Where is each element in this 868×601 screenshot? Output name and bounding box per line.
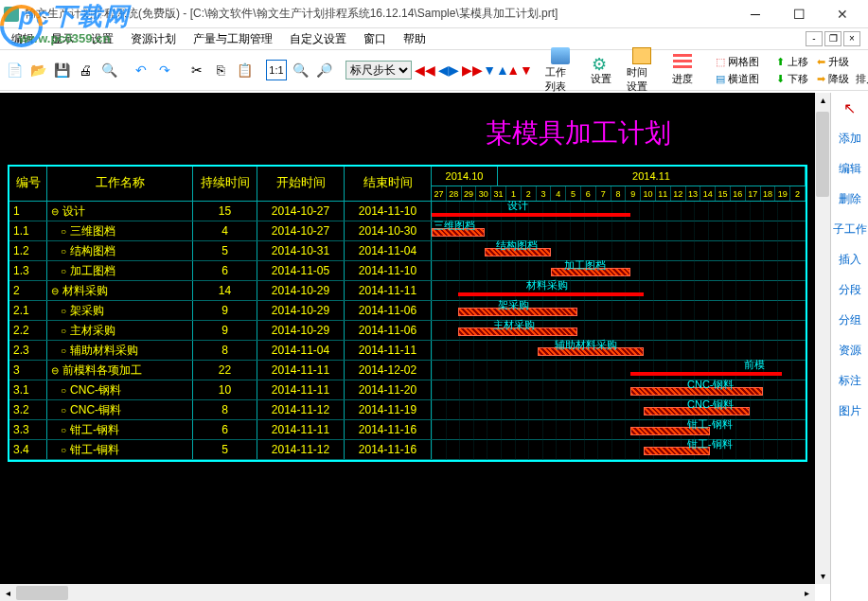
gantt-row[interactable]: 3⊖前模料各项加工222014-11-112014-12-02前模 bbox=[9, 361, 806, 380]
open-icon[interactable]: 📂 bbox=[27, 60, 48, 80]
move-up-button[interactable]: ⬆上移 bbox=[773, 54, 811, 70]
bar-label: 设计 bbox=[507, 199, 528, 213]
demote-button[interactable]: ➡降级排月 bbox=[814, 71, 868, 87]
scroll-left-button[interactable]: ◂ bbox=[0, 585, 16, 601]
gantt-row[interactable]: 1⊖设计152014-10-272014-11-10设计 bbox=[9, 202, 806, 221]
worklist-button[interactable]: 工作列表 bbox=[541, 45, 579, 96]
gantt-row[interactable]: 2⊖材料采购142014-10-292014-11-11材料采购 bbox=[9, 281, 806, 301]
vertical-scrollbar[interactable]: ▴ ▾ bbox=[815, 93, 830, 584]
paste-icon[interactable]: 📋 bbox=[234, 60, 255, 80]
menu-help[interactable]: 帮助 bbox=[396, 29, 434, 49]
settings-button[interactable]: ⚙设置 bbox=[582, 52, 620, 88]
step-up-icon[interactable]: ▲▼ bbox=[509, 60, 530, 80]
sidebar-item-2[interactable]: 删除 bbox=[831, 184, 868, 214]
zoom-in-icon[interactable]: 🔍 bbox=[290, 60, 310, 80]
gantt-row[interactable]: 2.3 ○辅助材料采购82014-11-042014-11-11辅助材料采购 bbox=[9, 341, 806, 361]
move-down-button[interactable]: ⬇下移 bbox=[773, 71, 811, 87]
scroll-down-button[interactable]: ▾ bbox=[815, 569, 830, 584]
gantt-bar[interactable] bbox=[458, 292, 644, 296]
menu-window[interactable]: 窗口 bbox=[356, 29, 394, 49]
new-icon[interactable]: 📄 bbox=[4, 60, 25, 80]
bar-label: 材料采购 bbox=[526, 278, 568, 292]
sidebar-item-3[interactable]: 子工作 bbox=[831, 214, 868, 244]
redo-icon[interactable]: ↷ bbox=[154, 60, 175, 80]
menu-edit[interactable]: 编辑 bbox=[4, 29, 42, 49]
row-duration: 15 bbox=[193, 202, 257, 221]
menu-custom[interactable]: 自定义设置 bbox=[282, 29, 354, 49]
gantt-row[interactable]: 1.2 ○结构图档52014-10-312014-11-04结构图档 bbox=[9, 241, 806, 261]
sidebar-item-5[interactable]: 分段 bbox=[831, 274, 868, 305]
copy-icon[interactable]: ⎘ bbox=[210, 60, 231, 80]
menu-display[interactable]: 显示 bbox=[44, 29, 81, 49]
doc-restore-button[interactable]: ❐ bbox=[824, 31, 841, 46]
sidebar-item-1[interactable]: 编辑 bbox=[831, 153, 868, 184]
row-id: 3.1 bbox=[9, 380, 47, 399]
menu-resource-plan[interactable]: 资源计划 bbox=[123, 29, 184, 49]
step-left-icon[interactable]: ◀▶ bbox=[438, 60, 459, 80]
sidebar-item-0[interactable]: 添加 bbox=[831, 123, 868, 153]
progress-button[interactable]: 进度 bbox=[664, 52, 701, 88]
zoom-fit-icon[interactable]: 1:1 bbox=[266, 60, 287, 80]
row-name: ○结构图档 bbox=[47, 241, 193, 260]
sidebar-item-4[interactable]: 插入 bbox=[831, 244, 868, 274]
menu-output-schedule[interactable]: 产量与工期管理 bbox=[186, 29, 280, 49]
sidebar-item-7[interactable]: 资源 bbox=[831, 335, 868, 365]
step-down-icon[interactable]: ▼▲ bbox=[486, 60, 506, 80]
promote-button[interactable]: ⬅升级 bbox=[814, 54, 868, 70]
time-settings-button[interactable]: 时间设置 bbox=[623, 45, 661, 96]
cut-icon[interactable]: ✂ bbox=[186, 60, 207, 80]
row-duration: 6 bbox=[193, 420, 257, 439]
cursor-tool-button[interactable]: ↖ bbox=[831, 93, 868, 123]
row-end: 2014-11-11 bbox=[345, 341, 432, 360]
gantt-row[interactable]: 1.3 ○加工图档62014-11-052014-11-10加工图档 bbox=[9, 261, 806, 281]
row-bar-area: 辅助材料采购 bbox=[432, 341, 806, 360]
row-end: 2014-11-16 bbox=[345, 420, 432, 439]
row-start: 2014-11-04 bbox=[257, 341, 345, 360]
save-icon[interactable]: 💾 bbox=[51, 60, 72, 80]
doc-close-button[interactable]: × bbox=[843, 31, 860, 46]
gantt-row[interactable]: 1.1 ○三维图档42014-10-272014-10-30三维图档 bbox=[9, 221, 806, 241]
hscroll-thumb[interactable] bbox=[16, 586, 68, 600]
step-right-icon[interactable]: ▶▶ bbox=[462, 60, 483, 80]
row-end: 2014-11-20 bbox=[345, 380, 432, 399]
undo-icon[interactable]: ↶ bbox=[131, 60, 151, 80]
scroll-right-button[interactable]: ▸ bbox=[799, 585, 815, 601]
close-button[interactable]: ✕ bbox=[821, 1, 864, 27]
gantt-bar[interactable] bbox=[432, 213, 630, 217]
preview-icon[interactable]: 🔍 bbox=[98, 60, 119, 80]
ruler-step-combo[interactable]: 标尺步长 bbox=[345, 61, 412, 80]
maximize-button[interactable]: ☐ bbox=[777, 1, 821, 27]
bar-label: 加工图档 bbox=[564, 258, 606, 273]
scroll-up-button[interactable]: ▴ bbox=[815, 93, 830, 108]
row-bar-area: CNC-铜料 bbox=[432, 400, 806, 419]
scroll-thumb[interactable] bbox=[816, 112, 829, 197]
day-header: 13 bbox=[686, 186, 701, 201]
gantt-canvas: 某模具加工计划 编号 工作名称 持续时间 开始时间 结束时间 2014.10 2… bbox=[0, 93, 815, 584]
gantt-row[interactable]: 2.1 ○架采购92014-10-292014-11-06架采购 bbox=[9, 301, 806, 321]
gantt-row[interactable]: 3.1 ○CNC-钢料102014-11-112014-11-20CNC-钢料 bbox=[9, 380, 806, 400]
gantt-row[interactable]: 3.4 ○钳工-铜料52014-11-122014-11-16钳工-铜料 bbox=[9, 440, 806, 460]
day-header: 7 bbox=[596, 186, 611, 201]
gantt-chart-button[interactable]: ▤横道图 bbox=[713, 71, 762, 87]
sidebar-item-6[interactable]: 分组 bbox=[831, 305, 868, 335]
step-prev-icon[interactable]: ◀◀ bbox=[415, 60, 435, 80]
minimize-button[interactable]: ─ bbox=[734, 1, 777, 27]
horizontal-scrollbar[interactable]: ◂ ▸ bbox=[0, 584, 815, 601]
day-header: 4 bbox=[551, 186, 566, 201]
col-header-start: 开始时间 bbox=[257, 167, 345, 201]
gantt-row[interactable]: 2.2 ○主材采购92014-10-292014-11-06主材采购 bbox=[9, 321, 806, 341]
doc-minimize-button[interactable]: - bbox=[806, 31, 823, 46]
sidebar-item-9[interactable]: 图片 bbox=[831, 396, 868, 426]
network-diagram-button[interactable]: ⬚网格图 bbox=[713, 54, 762, 70]
zoom-out-icon[interactable]: 🔎 bbox=[313, 60, 334, 80]
gantt-row[interactable]: 3.2 ○CNC-铜料82014-11-122014-11-19CNC-铜料 bbox=[9, 400, 806, 420]
sidebar-item-8[interactable]: 标注 bbox=[831, 365, 868, 396]
gantt-row[interactable]: 3.3 ○钳工-钢料62014-11-112014-11-16钳工-钢料 bbox=[9, 420, 806, 440]
gantt-bar[interactable] bbox=[630, 372, 782, 376]
menu-settings[interactable]: 设置 bbox=[83, 29, 121, 49]
day-header: 11 bbox=[656, 186, 671, 201]
print-icon[interactable]: 🖨 bbox=[75, 60, 96, 80]
day-header: 3 bbox=[537, 186, 552, 201]
row-duration: 22 bbox=[193, 361, 257, 380]
row-name: ○主材采购 bbox=[47, 321, 193, 340]
